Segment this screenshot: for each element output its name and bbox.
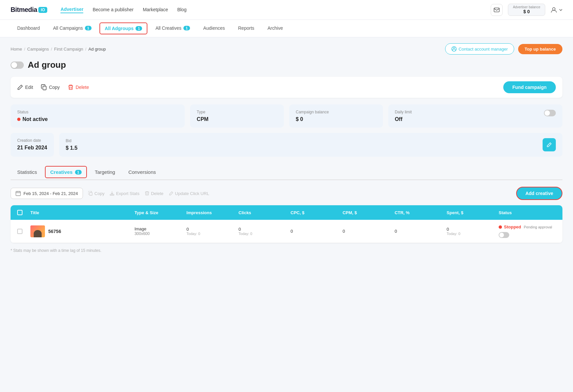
bid-card: Bid $ 1.5 [59,133,562,157]
edit-label: Edit [25,85,33,90]
campaign-balance-label: Campaign balance [296,110,376,114]
balance-label: Advertiser balance [513,5,540,9]
row-cpm: 0 [340,225,392,237]
subnav-creatives[interactable]: All Creatives 1 [149,20,197,37]
th-impressions: Impressions [184,206,236,220]
type-label: Type [197,110,277,114]
messages-icon[interactable] [491,4,503,16]
delete-button[interactable]: Delete [68,84,89,90]
user-menu[interactable] [551,7,562,13]
campaigns-badge: 1 [85,26,92,30]
creatives-tab-badge: 1 [75,170,82,175]
row-type-size: Image 300x600 [132,223,184,239]
creative-title: 56756 [48,229,61,234]
logo-text: Bitmedia [11,6,37,14]
subnav: Dashboard All Campaigns 1 All Adgroups 1… [0,20,573,37]
creation-date-card: Creation date 21 Feb 2024 [11,133,54,157]
creatives-table: Title Type & Size Impressions Clicks CPC… [11,205,562,243]
svg-rect-4 [43,86,46,90]
creative-info: 56756 [30,225,129,237]
th-cpc: CPC, $ [288,206,340,220]
info-cards: Status Not active Type CPM Campaign bala… [11,104,562,128]
export-action[interactable]: Export Stats [110,191,139,196]
breadcrumb-home[interactable]: Home [11,47,22,52]
svg-rect-5 [16,191,20,196]
status-value: Not active [17,116,178,122]
subnav-campaigns[interactable]: All Campaigns 1 [47,20,98,37]
bid-edit-button[interactable] [543,138,556,151]
copy-button[interactable]: Copy [41,84,60,90]
select-all-checkbox[interactable] [17,210,22,215]
daily-toggle-knob [545,110,550,116]
tabs-row: Statistics Creatives 1 Targeting Convers… [11,165,562,180]
nav-marketplace[interactable]: Marketplace [143,7,168,13]
row-spent: 0 Today: 0 [444,223,496,239]
creatives-badge: 1 [183,26,190,30]
row-status-toggle[interactable] [499,232,509,238]
subnav-adgroups[interactable]: All Adgroups 1 [99,22,148,34]
table-header: Title Type & Size Impressions Clicks CPC… [11,205,562,220]
toggle-knob [11,62,17,68]
fund-campaign-button[interactable]: Fund campaign [503,81,556,93]
status-dot [17,118,20,121]
tab-conversions[interactable]: Conversions [122,165,162,180]
breadcrumb-campaigns[interactable]: Campaigns [27,47,49,52]
row-impressions: 0 Today: 0 [184,223,236,239]
contact-manager-button[interactable]: Contact account manager [445,43,514,55]
svg-rect-7 [110,194,114,195]
subnav-archive[interactable]: Archive [261,20,290,37]
daily-limit-value: Off [395,116,412,122]
daily-limit-toggle[interactable] [544,110,556,116]
campaign-balance-card: Campaign balance $ 0 [289,104,383,128]
bid-label: Bid [66,138,78,143]
tab-creatives[interactable]: Creatives 1 [45,166,87,178]
adgroup-toggle[interactable] [11,61,24,69]
breadcrumb-current: Ad group [88,47,106,52]
copy-label: Copy [49,85,60,90]
contact-label: Contact account manager [459,47,508,52]
update-url-action[interactable]: Update Click URL [169,191,209,196]
date-range-label: Feb 15, 2024 - Feb 21, 2024 [23,191,78,196]
edit-button[interactable]: Edit [17,84,33,90]
type-card: Type CPM [190,104,284,128]
topup-button[interactable]: Top up balance [518,44,562,54]
nav-advertiser[interactable]: Advertiser [60,7,83,13]
th-type-size: Type & Size [132,206,184,220]
subnav-dashboard[interactable]: Dashboard [11,20,47,37]
daily-limit-card: Daily limit Off [388,104,562,128]
th-status: Status [496,206,558,220]
th-clicks: Clicks [236,206,288,220]
page-title: Ad group [28,60,66,70]
creatives-toolbar: Feb 15, 2024 - Feb 21, 2024 Copy Export … [11,187,562,200]
breadcrumb-actions: Contact account manager Top up balance [445,43,562,55]
th-title: Title [28,206,132,220]
row-toggle-knob [499,233,504,237]
th-cpm: CPM, $ [340,206,392,220]
svg-point-3 [453,48,455,49]
th-checkbox [15,205,28,220]
row-title: 56756 [28,222,132,241]
date-range-picker[interactable]: Feb 15, 2024 - Feb 21, 2024 [11,188,83,199]
add-creative-button[interactable]: Add creative [516,187,562,200]
svg-rect-6 [90,192,92,195]
tab-targeting[interactable]: Targeting [88,165,122,180]
adgroups-badge: 1 [135,26,142,31]
balance-box: Advertiser balance $ 0 [508,4,545,16]
main-nav: Advertiser Become a publisher Marketplac… [60,7,491,13]
balance-value: $ 0 [513,9,540,14]
row-checkbox[interactable] [15,225,28,237]
subnav-audiences[interactable]: Audiences [197,20,231,37]
row-cpc: 0 [288,225,340,237]
breadcrumb-campaign[interactable]: First Campaign [54,47,83,52]
svg-point-1 [553,8,555,10]
tab-statistics[interactable]: Statistics [11,165,44,180]
nav-blog[interactable]: Blog [177,7,186,13]
row-select-checkbox[interactable] [17,229,22,234]
copy-action[interactable]: Copy [88,191,104,196]
campaign-balance-value: $ 0 [296,116,376,122]
delete-creatives-action[interactable]: Delete [145,191,164,196]
row-ctr: 0 [392,225,444,237]
nav-publisher[interactable]: Become a publisher [93,7,134,13]
creation-date-label: Creation date [17,138,47,143]
subnav-reports[interactable]: Reports [232,20,261,37]
